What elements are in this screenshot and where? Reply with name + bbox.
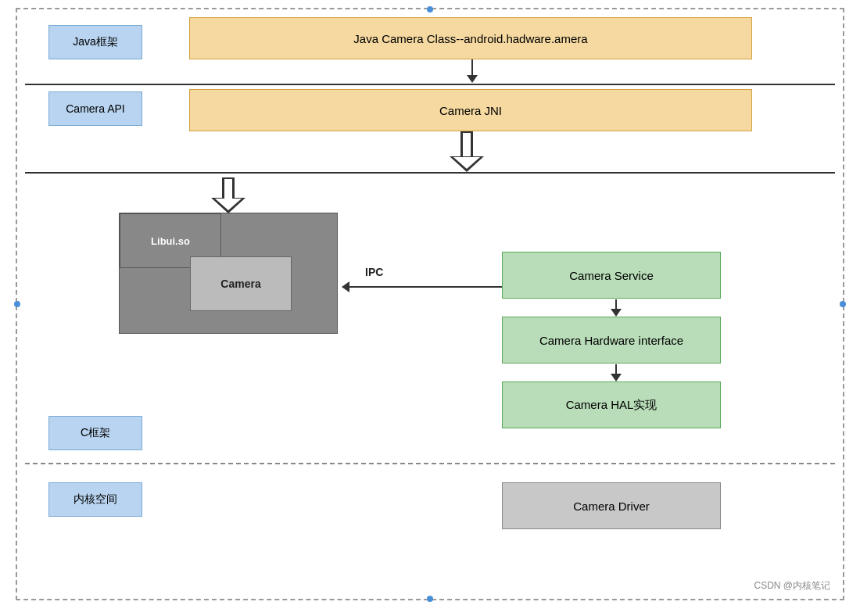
ipc-arrow — [342, 281, 514, 292]
watermark: CSDN @内核笔记 — [754, 579, 830, 593]
top-circle — [427, 6, 433, 13]
divider-1 — [25, 84, 835, 85]
java-framework-box: Java框架 — [48, 25, 142, 59]
right-circle — [840, 301, 846, 307]
bottom-circle — [427, 596, 433, 602]
camera-service-box: Camera Service — [502, 252, 721, 299]
arrow-service-to-hwif — [611, 299, 622, 317]
divider-2 — [25, 172, 835, 174]
arrow-hwif-to-hal — [611, 364, 622, 381]
camera-hardware-interface-box: Camera Hardware interface — [502, 317, 721, 364]
left-circle — [14, 301, 20, 307]
arrow-jni-down — [450, 131, 484, 170]
arrow-to-native — [211, 177, 245, 213]
diagram-container: Java框架 Java Camera Class--android.hadwar… — [16, 8, 844, 600]
ipc-label: IPC — [365, 266, 383, 278]
kernel-space-box: 内核空间 — [48, 482, 142, 517]
java-camera-class-box: Java Camera Class--android.hadware.amera — [189, 17, 752, 59]
camera-hal-box: Camera HAL实现 — [502, 381, 721, 428]
camera-driver-box: Camera Driver — [502, 482, 721, 529]
arrow-javaclass-to-jni — [467, 59, 478, 83]
camera-jni-box: Camera JNI — [189, 89, 752, 131]
native-libs-container: Libui.so Camera — [119, 213, 338, 334]
camera-box: Camera — [190, 256, 292, 311]
camera-api-box: Camera API — [48, 91, 142, 126]
c-framework-box: C框架 — [48, 416, 142, 450]
divider-dashed — [25, 463, 835, 464]
